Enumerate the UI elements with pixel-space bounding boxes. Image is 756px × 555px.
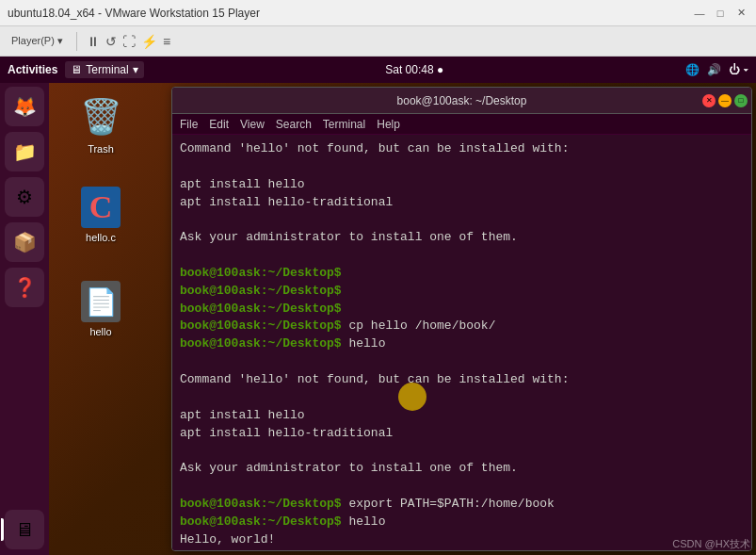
sidebar-icon-firefox[interactable]: 🦊 — [5, 87, 44, 126]
activities-button[interactable]: Activities — [8, 63, 57, 76]
fullscreen-icon[interactable]: ⛶ — [122, 34, 136, 49]
reset-icon[interactable]: ↺ — [105, 34, 117, 49]
line-14: book@100ask:~/Desktop$ export PATH=$PATH… — [180, 496, 744, 514]
line-17: book@100ask:~/Desktop$ — [180, 548, 744, 550]
vmware-titlebar: ubuntu18.04_x64 - VMware Workstation 15 … — [0, 0, 756, 26]
sidebar-icon-terminal[interactable]: 🖥 — [5, 510, 44, 549]
menu-view[interactable]: View — [240, 118, 265, 131]
hello-c-label: hello.c — [86, 232, 116, 243]
line-4: Ask your administrator to install one of… — [180, 229, 744, 247]
terminal-menubar: File Edit View Search Terminal Help — [172, 114, 751, 135]
desktop-icon-hello-c[interactable]: C hello.c — [68, 187, 134, 243]
sidebar-bottom: 🖥 — [5, 510, 44, 555]
sidebar-icon-files[interactable]: 📁 — [5, 132, 44, 171]
line-9: book@100ask:~/Desktop$ hello — [180, 335, 744, 353]
terminal-window-controls: ✕ — □ — [702, 94, 748, 107]
titlebar-controls: — □ ✕ — [692, 6, 748, 21]
terminal-panel-btn[interactable]: 🖥 Terminal ▾ — [65, 61, 143, 78]
ubuntu-main: 🦊 📁 ⚙ 📦 ❓ 🖥 🗑️ Trash C hello.c 📄 hello — [0, 83, 756, 555]
sidebar-icon-system[interactable]: ⚙ — [5, 177, 44, 217]
close-button[interactable]: ✕ — [733, 6, 748, 21]
line-12: apt install hello-traditional — [180, 425, 744, 443]
line-blank-7 — [180, 478, 744, 496]
volume-icon[interactable]: 🔊 — [707, 63, 721, 76]
panel-datetime: Sat 00:48 ● — [385, 63, 443, 76]
line-8: book@100ask:~/Desktop$ cp hello /home/bo… — [180, 318, 744, 335]
vmware-title: ubuntu18.04_x64 - VMware Workstation 15 … — [8, 7, 260, 20]
player-menu[interactable]: Player(P) ▾ — [8, 33, 67, 49]
terminal-min-btn[interactable]: — — [718, 94, 732, 107]
line-13: Ask your administrator to install one of… — [180, 460, 744, 478]
line-16: Hello, world! — [180, 531, 744, 549]
line-15: book@100ask:~/Desktop$ hello — [180, 514, 744, 531]
terminal-title: book@100ask: ~/Desktop — [397, 94, 527, 107]
terminal-panel-label: Terminal — [86, 63, 128, 76]
trash-icon: 🗑️ — [81, 94, 121, 139]
menu-icon[interactable]: ≡ — [163, 34, 170, 49]
menu-help[interactable]: Help — [377, 118, 400, 131]
line-11: apt install hello — [180, 407, 744, 425]
sidebar-icon-apps[interactable]: 📦 — [5, 222, 44, 262]
unity-sidebar: 🦊 📁 ⚙ 📦 ❓ 🖥 — [0, 83, 49, 555]
maximize-button[interactable]: □ — [713, 6, 728, 21]
terminal-content[interactable]: Command 'hello' not found, but can be in… — [172, 135, 751, 550]
desktop-icon-hello[interactable]: 📄 hello — [68, 281, 134, 337]
minimize-button[interactable]: — — [692, 6, 707, 21]
toolbar-separator — [76, 32, 77, 51]
line-blank-6 — [180, 442, 744, 460]
power-icon[interactable]: ⏻ ▾ — [729, 63, 748, 76]
trash-label: Trash — [88, 143, 114, 155]
hello-c-icon: C — [81, 187, 121, 228]
terminal-close-btn[interactable]: ✕ — [702, 94, 716, 107]
line-blank-5 — [180, 389, 744, 407]
hello-icon: 📄 — [81, 281, 121, 322]
terminal-titlebar: book@100ask: ~/Desktop ✕ — □ — [172, 88, 751, 114]
menu-terminal[interactable]: Terminal — [323, 118, 365, 131]
line-blank-1 — [180, 158, 744, 176]
line-5: book@100ask:~/Desktop$ — [180, 265, 744, 283]
line-blank-2 — [180, 211, 744, 229]
usb-icon[interactable]: ⚡ — [141, 34, 157, 49]
desktop-area: 🗑️ Trash C hello.c 📄 hello book@100ask: … — [49, 83, 756, 555]
terminal-max-btn[interactable]: □ — [734, 94, 748, 107]
ubuntu-container: Activities 🖥 Terminal ▾ Sat 00:48 ● 🌐 🔊 … — [0, 57, 756, 555]
desktop-icon-trash[interactable]: 🗑️ Trash — [68, 94, 134, 155]
cursor-dot — [398, 383, 426, 411]
line-7: book@100ask:~/Desktop$ — [180, 301, 744, 318]
terminal-window: book@100ask: ~/Desktop ✕ — □ File Edit V… — [171, 87, 752, 551]
terminal-panel-icon: 🖥 — [71, 63, 82, 76]
vmware-toolbar: Player(P) ▾ ⏸ ↺ ⛶ ⚡ ≡ — [0, 26, 756, 57]
menu-file[interactable]: File — [180, 118, 198, 131]
hello-label: hello — [89, 326, 111, 337]
network-icon[interactable]: 🌐 — [685, 63, 700, 76]
line-10: Command 'hello' not found, but can be in… — [180, 371, 744, 389]
menu-edit[interactable]: Edit — [209, 118, 229, 131]
panel-right: 🌐 🔊 ⏻ ▾ — [685, 63, 748, 76]
line-1: Command 'hello' not found, but can be in… — [180, 140, 744, 158]
panel-left: Activities 🖥 Terminal ▾ — [8, 61, 144, 78]
line-2: apt install hello — [180, 176, 744, 194]
line-3: apt install hello-traditional — [180, 194, 744, 212]
line-blank-3 — [180, 247, 744, 265]
menu-search[interactable]: Search — [276, 118, 312, 131]
line-6: book@100ask:~/Desktop$ — [180, 283, 744, 301]
terminal-panel-chevron: ▾ — [133, 63, 138, 76]
ubuntu-panel: Activities 🖥 Terminal ▾ Sat 00:48 ● 🌐 🔊 … — [0, 57, 756, 83]
line-blank-4 — [180, 353, 744, 371]
pause-icon[interactable]: ⏸ — [87, 34, 100, 49]
csdn-watermark: CSDN @HX技术 — [672, 537, 750, 551]
sidebar-icon-help[interactable]: ❓ — [5, 268, 44, 307]
